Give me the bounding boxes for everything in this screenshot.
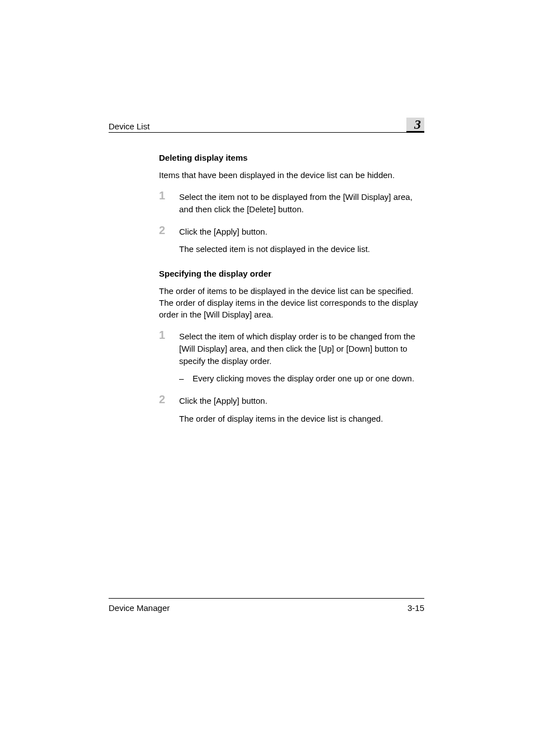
page-header: Device List 3	[109, 118, 424, 133]
step-text-span: Select the item of which display order i…	[179, 332, 415, 366]
section-heading: Deleting display items	[159, 153, 424, 162]
sub-bullet: – Every clicking moves the display order…	[179, 372, 424, 385]
step-number: 1	[159, 190, 179, 201]
step-result: The order of display items in the device…	[179, 413, 424, 425]
section-intro: The order of items to be displayed in th…	[159, 285, 424, 320]
page-footer: Device Manager 3-15	[109, 598, 424, 613]
section-heading: Specifying the display order	[159, 269, 424, 278]
main-content: Deleting display items Items that have b…	[159, 153, 424, 425]
page-content: Device List 3 Deleting display items Ite…	[109, 118, 424, 435]
step-number: 2	[159, 225, 179, 236]
step-text: Select the item not to be displayed from…	[179, 191, 424, 216]
step-text: Select the item of which display order i…	[179, 330, 424, 385]
step-text: Click the [Apply] button.	[179, 395, 424, 407]
step-number: 1	[159, 329, 179, 340]
footer-page-number: 3-15	[407, 603, 424, 613]
header-title: Device List	[109, 122, 149, 131]
step-text: Click the [Apply] button.	[179, 226, 424, 238]
section-intro: Items that have been displayed in the de…	[159, 169, 424, 181]
step-item: 1 Select the item not to be displayed fr…	[159, 191, 424, 216]
step-number: 2	[159, 394, 179, 405]
step-result: The selected item is not displayed in th…	[179, 243, 424, 255]
footer-left: Device Manager	[109, 603, 170, 613]
step-item: 2 Click the [Apply] button.	[159, 395, 424, 407]
dash-icon: –	[179, 372, 193, 385]
chapter-number-badge: 3	[406, 118, 424, 132]
sub-bullet-text: Every clicking moves the display order o…	[193, 372, 414, 385]
step-item: 1 Select the item of which display order…	[159, 330, 424, 385]
step-item: 2 Click the [Apply] button.	[159, 226, 424, 238]
